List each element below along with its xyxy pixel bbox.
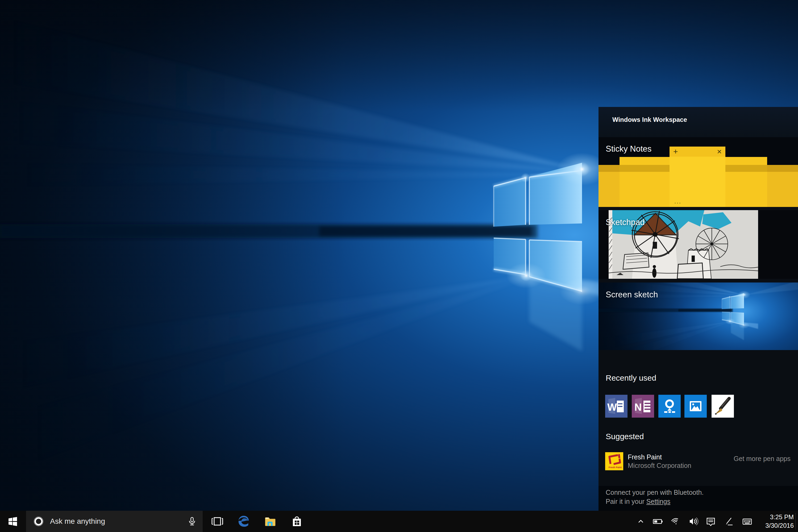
pen-icon bbox=[724, 517, 733, 526]
sticky-note-preview bbox=[725, 157, 767, 207]
close-note-icon[interactable]: × bbox=[717, 147, 722, 157]
edge-browser-button[interactable] bbox=[238, 511, 250, 532]
sketchpad-label: Sketchpad bbox=[606, 217, 645, 227]
cortana-icon[interactable] bbox=[34, 516, 44, 527]
sticky-note-preview bbox=[620, 157, 669, 207]
volume-icon bbox=[688, 516, 699, 527]
note-more-icon: … bbox=[674, 197, 682, 205]
svg-text:W: W bbox=[607, 402, 617, 413]
add-note-icon[interactable]: + bbox=[673, 147, 678, 157]
search-input[interactable]: Ask me anything bbox=[50, 517, 105, 526]
suggested-label: Suggested bbox=[606, 432, 644, 441]
fresh-paint-app-icon[interactable]: Fresh Paint bbox=[605, 452, 623, 470]
clock-time: 3:25 PM bbox=[755, 513, 794, 521]
hidden-icons-button[interactable] bbox=[636, 511, 645, 532]
search-box[interactable]: Ask me anything bbox=[26, 511, 203, 532]
bluetooth-hint-line2: Pair it in your Settings bbox=[606, 498, 670, 506]
suggested-app-publisher: Microsoft Corporation bbox=[628, 462, 691, 470]
task-view-button[interactable] bbox=[211, 511, 224, 532]
volume-status[interactable] bbox=[688, 511, 699, 532]
get-more-pen-apps-link[interactable]: Get more pen apps bbox=[734, 455, 791, 462]
onenote-app-icon[interactable]: N bbox=[632, 395, 654, 418]
screen-sketch-tile[interactable]: Screen sketch bbox=[598, 283, 798, 350]
photos-app-icon[interactable] bbox=[684, 395, 707, 418]
microphone-icon[interactable] bbox=[187, 517, 197, 526]
touch-keyboard-button[interactable] bbox=[742, 511, 752, 532]
sticky-notes-label: Sticky Notes bbox=[606, 144, 651, 154]
start-button[interactable] bbox=[0, 511, 25, 532]
settings-link[interactable]: Settings bbox=[646, 498, 670, 505]
svg-text:N: N bbox=[634, 402, 642, 413]
chevron-up-icon bbox=[637, 517, 645, 525]
action-center-button[interactable] bbox=[706, 511, 716, 532]
wifi-status[interactable] bbox=[671, 511, 681, 532]
bluetooth-hint-line2-text: Pair it in your bbox=[606, 498, 646, 505]
suggested-app-row[interactable]: Fresh Paint Fresh Paint Microsoft Corpor… bbox=[598, 452, 798, 473]
svg-text:Fresh Paint: Fresh Paint bbox=[609, 466, 622, 469]
store-button[interactable] bbox=[290, 511, 303, 532]
panel-footer: Connect your pen with Bluetooth. Pair it… bbox=[598, 486, 798, 511]
windows-ink-workspace-panel: Windows Ink Workspace Sticky Notes + × …… bbox=[598, 107, 798, 511]
pen-app-icon[interactable] bbox=[711, 395, 734, 418]
sticky-notes-tile[interactable]: Sticky Notes + × … bbox=[598, 137, 798, 207]
maps-app-icon[interactable] bbox=[658, 395, 681, 418]
windows-ink-workspace-button[interactable] bbox=[724, 511, 733, 532]
word-app-icon[interactable]: W bbox=[605, 395, 627, 418]
store-icon bbox=[290, 515, 303, 528]
touch-keyboard-icon bbox=[742, 516, 752, 527]
clock[interactable]: 3:25 PM 3/30/2016 bbox=[755, 513, 794, 530]
panel-lower-zone: Recently used W N bbox=[598, 350, 798, 486]
sticky-note-active[interactable]: + × … bbox=[669, 147, 725, 207]
panel-title: Windows Ink Workspace bbox=[612, 116, 687, 124]
taskbar: Ask me anything bbox=[0, 511, 798, 532]
battery-status[interactable] bbox=[652, 511, 663, 532]
screen-sketch-label: Screen sketch bbox=[606, 290, 658, 300]
show-desktop-button[interactable] bbox=[796, 511, 798, 532]
windows-logo-icon bbox=[8, 517, 18, 526]
suggested-app-name: Fresh Paint bbox=[628, 453, 662, 461]
battery-icon bbox=[652, 516, 663, 527]
action-center-icon bbox=[706, 516, 716, 527]
file-explorer-icon bbox=[264, 515, 277, 528]
sketchpad-tile[interactable]: Sketchpad bbox=[598, 210, 798, 279]
task-view-icon bbox=[211, 515, 224, 528]
recently-used-label: Recently used bbox=[606, 374, 656, 382]
panel-header: Windows Ink Workspace bbox=[598, 107, 798, 137]
bluetooth-hint-line1: Connect your pen with Bluetooth. bbox=[606, 489, 704, 496]
wifi-icon bbox=[671, 517, 681, 526]
clock-date: 3/30/2016 bbox=[755, 521, 794, 530]
edge-icon bbox=[238, 515, 250, 528]
file-explorer-button[interactable] bbox=[264, 511, 277, 532]
